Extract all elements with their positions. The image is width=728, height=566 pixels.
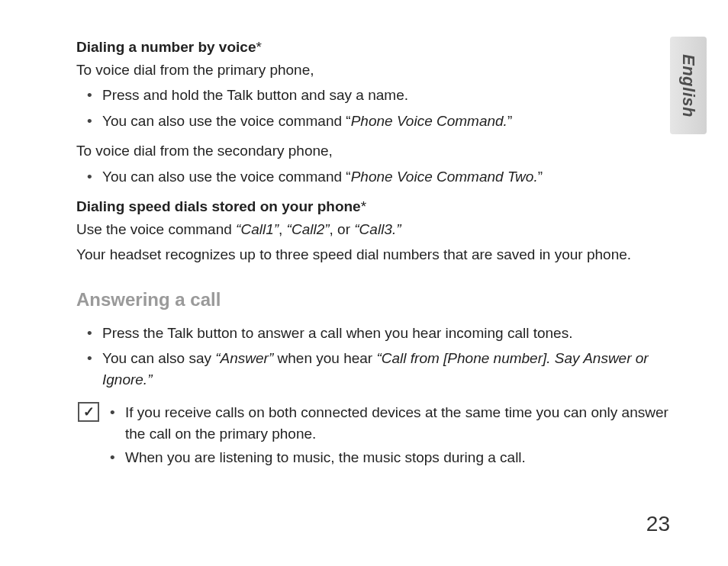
- heading-asterisk: *: [361, 198, 366, 214]
- heading-dial-by-voice: Dialing a number by voice*: [76, 37, 672, 58]
- voice-command: Phone Voice Command Two.: [351, 169, 538, 185]
- intro-primary: To voice dial from the primary phone,: [76, 59, 672, 81]
- heading-speed-dials: Dialing speed dials stored on your phone…: [76, 196, 672, 217]
- list-item: Press and hold the Talk button and say a…: [76, 85, 672, 106]
- bullet-text: Press the Talk button to answer a call w…: [102, 325, 572, 341]
- note-bullets: If you receive calls on both connected d…: [110, 399, 672, 471]
- bullet-suffix: ”: [507, 113, 512, 129]
- bullet-mid: when you hear: [273, 350, 376, 366]
- list-item: You can also use the voice command “Phon…: [76, 166, 672, 188]
- section-title-answering: Answering a call: [76, 287, 672, 314]
- bullet-prefix: You can also say: [102, 350, 215, 366]
- list-item: When you are listening to music, the mus…: [110, 447, 672, 468]
- sep2: , or: [330, 221, 355, 237]
- voice-command: Phone Voice Command.: [351, 113, 507, 129]
- checkmark-icon: ✓: [78, 402, 99, 422]
- heading-asterisk: *: [256, 39, 261, 55]
- note-block: ✓ If you receive calls on both connected…: [76, 399, 672, 471]
- speed-dial-line1: Use the voice command “Call1”, “Call2”, …: [76, 219, 672, 240]
- language-tab: English: [670, 37, 707, 134]
- sep1: ,: [279, 221, 287, 237]
- bullets-secondary: You can also use the voice command “Phon…: [76, 166, 672, 188]
- bullet-prefix: You can also use the voice command “: [102, 169, 351, 185]
- list-item: You can also use the voice command “Phon…: [76, 111, 672, 132]
- note-text: If you receive calls on both connected d…: [125, 404, 668, 442]
- call2: “Call2”: [287, 221, 330, 237]
- call3: “Call3.”: [354, 221, 401, 237]
- list-item: You can also say “Answer” when you hear …: [76, 348, 672, 390]
- speed-dial-line2: Your headset recognizes up to three spee…: [76, 244, 672, 265]
- bullet-text: Press and hold the Talk button and say a…: [102, 87, 408, 103]
- heading-text: Dialing a number by voice: [76, 39, 256, 55]
- language-label: English: [676, 54, 701, 117]
- page-number: 23: [646, 509, 670, 540]
- list-item: Press the Talk button to answer a call w…: [76, 323, 672, 344]
- bullet-prefix: You can also use the voice command “: [102, 113, 351, 129]
- note-text: When you are listening to music, the mus…: [125, 449, 526, 465]
- voice-command: “Answer”: [215, 350, 273, 366]
- list-item: If you receive calls on both connected d…: [110, 402, 672, 444]
- call1: “Call1”: [236, 221, 279, 237]
- bullets-answering: Press the Talk button to answer a call w…: [76, 323, 672, 391]
- bullets-primary: Press and hold the Talk button and say a…: [76, 85, 672, 131]
- bullet-suffix: ”: [538, 169, 543, 185]
- intro-secondary: To voice dial from the secondary phone,: [76, 140, 672, 162]
- line1-prefix: Use the voice command: [76, 221, 236, 237]
- page-content: Dialing a number by voice* To voice dial…: [76, 37, 672, 471]
- heading-text: Dialing speed dials stored on your phone: [76, 198, 361, 214]
